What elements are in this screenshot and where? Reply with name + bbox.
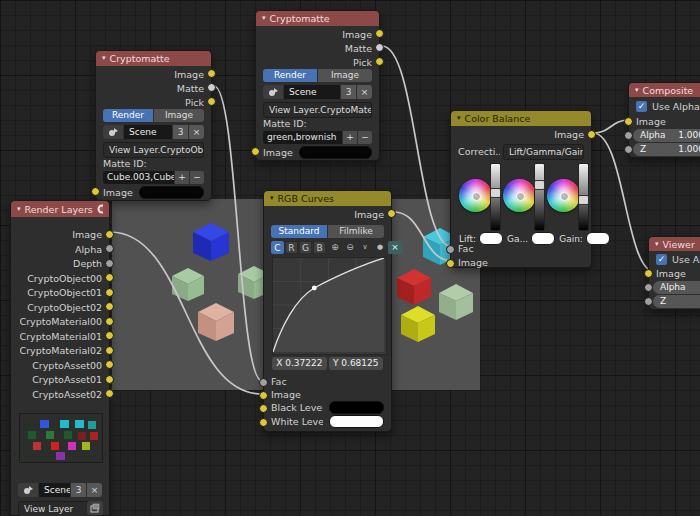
filmlike-toggle-button[interactable]: Filmlike	[328, 225, 384, 238]
socket-input-alpha[interactable]	[624, 131, 633, 140]
standard-toggle-button[interactable]: Standard	[271, 225, 327, 238]
socket-input-image[interactable]	[446, 259, 455, 268]
node-viewer[interactable]: ▾ Viewer ✓ Use Alpha Image Alpha Z	[648, 236, 700, 310]
curve-widget[interactable]	[272, 257, 387, 355]
node-header[interactable]: ▾ Composite	[629, 83, 700, 97]
scene-field[interactable]: Scene	[284, 85, 340, 99]
socket-input-image[interactable]	[91, 187, 100, 196]
tone-toggle[interactable]: Standard Filmlike	[271, 225, 384, 238]
wheel-cursor[interactable]	[472, 192, 481, 201]
source-toggle[interactable]: Render Image	[263, 69, 372, 82]
socket-output-image[interactable]	[387, 209, 396, 218]
collapse-icon[interactable]: ▾	[655, 237, 659, 251]
clipping-icon[interactable]: ●	[373, 241, 387, 254]
socket-output-pick[interactable]	[375, 57, 384, 66]
curve-control-point[interactable]	[312, 286, 317, 291]
collapse-icon[interactable]: ▾	[17, 202, 21, 217]
scene-unlink-button[interactable]: ×	[357, 85, 372, 99]
socket-output-cryptoasset01[interactable]	[105, 375, 114, 384]
wheel-cursor[interactable]	[516, 192, 525, 201]
image-color-swatch[interactable]	[299, 146, 372, 159]
node-header[interactable]: ▾ RGB Curves	[264, 191, 391, 206]
node-composite[interactable]: ▾ Composite ✓ Use Alpha Image Alpha 1.00…	[628, 82, 700, 158]
matte-remove-button[interactable]: −	[190, 171, 204, 184]
socket-output-pick[interactable]	[207, 97, 216, 106]
collapse-icon[interactable]: ▾	[457, 111, 461, 126]
render-toggle-button[interactable]: Render	[263, 69, 317, 82]
node-render-layers[interactable]: ▾ Render Layers Image Alpha Depth Crypto…	[10, 200, 110, 516]
slider-handle[interactable]	[490, 188, 501, 198]
gain-color-wheel[interactable]	[547, 179, 580, 212]
view-layer-dropdown[interactable]: View Layer.CryptoMaterial ∨	[263, 102, 372, 118]
render-toggle-button[interactable]: Render	[103, 109, 153, 122]
collapse-icon[interactable]: ▾	[270, 191, 274, 206]
socket-output-depth[interactable]	[105, 259, 114, 268]
zoom-in-icon[interactable]: ⊕	[328, 241, 342, 254]
gain-value-slider[interactable]	[578, 163, 589, 231]
slider-handle[interactable]	[534, 180, 545, 190]
socket-output-cryptoobject02[interactable]	[105, 302, 114, 311]
scene-field[interactable]: Scene	[124, 125, 172, 139]
socket-output-alpha[interactable]	[105, 244, 114, 253]
alpha-value-field[interactable]: Alpha	[653, 281, 700, 294]
alpha-value-field[interactable]: Alpha 1.000	[633, 129, 700, 142]
matte-add-button[interactable]: +	[343, 131, 357, 144]
wheel-cursor[interactable]	[560, 192, 569, 201]
black-level-swatch[interactable]	[329, 401, 384, 414]
zoom-out-icon[interactable]: ⊖	[343, 241, 357, 254]
delete-point-button[interactable]: ×	[388, 241, 402, 254]
socket-output-cryptoasset02[interactable]	[105, 389, 114, 398]
node-cryptomatte-material[interactable]: ▾ Cryptomatte Image Matte Pick Render Im…	[255, 10, 380, 161]
socket-output-image[interactable]	[207, 69, 216, 78]
image-toggle-button[interactable]: Image	[154, 109, 204, 122]
node-header[interactable]: ▾ Render Layers	[11, 201, 109, 217]
gamma-color-wheel[interactable]	[503, 179, 536, 212]
matte-id-field[interactable]: Cube.003,Cube.00...	[103, 171, 174, 184]
channel-r-button[interactable]: R	[285, 241, 298, 254]
socket-input-black-level[interactable]	[259, 404, 268, 413]
collapse-icon[interactable]: ▾	[102, 51, 106, 66]
socket-output-cryptomaterial00[interactable]	[105, 317, 114, 326]
source-toggle[interactable]: Render Image	[103, 109, 204, 122]
use-alpha-checkbox[interactable]: ✓	[636, 101, 647, 112]
use-alpha-checkbox[interactable]: ✓	[656, 254, 667, 265]
socket-input-image[interactable]	[259, 391, 268, 400]
lift-color-wheel[interactable]	[459, 179, 492, 212]
white-level-swatch[interactable]	[329, 415, 384, 428]
collapse-icon[interactable]: ▾	[635, 83, 639, 97]
socket-output-matte[interactable]	[375, 43, 384, 52]
matte-add-button[interactable]: +	[175, 171, 189, 184]
scene-users-count[interactable]: 3	[71, 483, 86, 497]
socket-input-z[interactable]	[624, 145, 633, 154]
point-y-field[interactable]: Y 0.68125	[329, 357, 384, 370]
socket-input-image[interactable]	[624, 117, 633, 126]
view-layer-dropdown[interactable]: View Layer ∨	[18, 501, 98, 516]
socket-input-fac[interactable]	[259, 378, 268, 387]
scene-unlink-button[interactable]: ×	[189, 125, 204, 139]
socket-input-z[interactable]	[644, 297, 653, 306]
matte-id-field[interactable]: green,brownish	[263, 131, 342, 144]
scene-field[interactable]: Scene	[39, 483, 70, 497]
render-layer-image-button[interactable]	[87, 501, 103, 515]
node-header[interactable]: ▾ Cryptomatte	[256, 11, 379, 26]
socket-output-image[interactable]	[105, 230, 114, 239]
z-value-field[interactable]: Z 1.000	[633, 143, 700, 156]
scene-icon[interactable]	[103, 125, 123, 139]
node-header[interactable]: ▾ Color Balance	[451, 111, 591, 126]
node-rgb-curves[interactable]: ▾ RGB Curves Image Standard Filmlike C R…	[263, 190, 392, 432]
tools-dropdown-icon[interactable]: ∨	[358, 241, 372, 254]
channel-c-button[interactable]: C	[271, 241, 284, 254]
channel-b-button[interactable]: B	[313, 241, 326, 254]
node-header[interactable]: ▾ Cryptomatte	[96, 51, 211, 66]
collapse-icon[interactable]: ▾	[262, 11, 266, 26]
view-layer-dropdown[interactable]: View Layer.CryptoObject ∨	[103, 142, 204, 158]
point-x-field[interactable]: X 0.37222	[272, 357, 327, 370]
image-color-swatch[interactable]	[139, 186, 204, 199]
channel-g-button[interactable]: G	[299, 241, 312, 254]
scene-users-count[interactable]: 3	[341, 85, 356, 99]
socket-input-alpha[interactable]	[644, 283, 653, 292]
scene-unlink-button[interactable]: ×	[87, 483, 102, 497]
scene-icon[interactable]	[18, 483, 38, 497]
socket-output-cryptomaterial01[interactable]	[105, 331, 114, 340]
socket-input-image[interactable]	[251, 147, 260, 156]
